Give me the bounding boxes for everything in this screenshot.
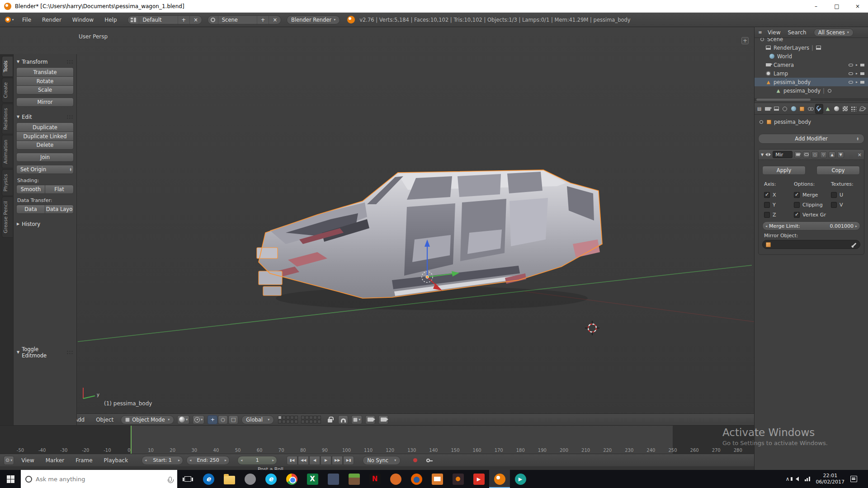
taskbar-icon-app[interactable]	[323, 470, 344, 488]
render-engine-dropdown[interactable]: Blender Render ▾	[287, 15, 340, 24]
3d-cursor[interactable]	[585, 321, 599, 335]
outliner-row-pessima-body-data[interactable]: ▲ pessima_body |	[755, 86, 868, 95]
outliner-row-renderlayers[interactable]: RenderLayers |	[755, 43, 868, 52]
action-center-icon[interactable]	[850, 476, 857, 482]
taskbar-icon-player[interactable]: ▶	[510, 470, 531, 488]
next-keyframe-button[interactable]: ▶▶	[332, 456, 343, 465]
visibility-eye-icon[interactable]	[849, 64, 853, 66]
tab-world[interactable]	[789, 104, 797, 114]
panel-expand-icon[interactable]: ▼	[761, 153, 764, 157]
viewport-3d[interactable]: User Persp y (1) pessima_body + ▦▾ View …	[0, 27, 754, 425]
selectability-icon[interactable]: ▸	[856, 71, 858, 75]
cage-toggle[interactable]: ▽	[820, 151, 827, 158]
decrement-arrow-icon[interactable]: ◂	[145, 458, 146, 462]
taskbar-icon-blender[interactable]	[489, 470, 510, 488]
tab-physics[interactable]: Physics	[2, 169, 13, 196]
history-panel-header[interactable]: ▶ History	[17, 220, 73, 228]
decrement-arrow-icon[interactable]: ◂	[241, 458, 242, 462]
vertex-groups-checkbox[interactable]: Vertex Gr	[794, 211, 826, 218]
tab-relations[interactable]: Relations	[2, 103, 13, 134]
pin-icon[interactable]	[758, 119, 764, 125]
move-down-button[interactable]: ▼	[837, 151, 844, 158]
timeline-menu-frame[interactable]: Frame	[71, 455, 96, 465]
taskbar-icon-mail[interactable]	[427, 470, 448, 488]
timeline-menu-playback[interactable]: Playback	[100, 455, 132, 465]
sync-mode-dropdown[interactable]: No Sync ▾	[363, 456, 401, 465]
taskbar-icon-netflix[interactable]: N	[364, 470, 385, 488]
task-view-button[interactable]	[177, 470, 198, 488]
properties-region-expand-icon[interactable]: +	[741, 37, 749, 44]
shade-flat-button[interactable]: Flat	[45, 185, 74, 194]
add-modifier-dropdown[interactable]: Add Modifier ▴▾	[758, 134, 864, 144]
visibility-eye-icon[interactable]	[849, 72, 853, 75]
play-button[interactable]: ▶	[321, 456, 331, 465]
join-button[interactable]: Join	[16, 153, 74, 162]
outliner-menu-view[interactable]: View	[765, 28, 783, 37]
viewport-visibility-toggle[interactable]	[803, 151, 810, 158]
blender-menu-button[interactable]: ▾	[4, 15, 15, 24]
editmode-toggle[interactable]: ▢	[811, 151, 818, 158]
visibility-eye-icon[interactable]	[849, 81, 853, 84]
layer-group-2[interactable]	[301, 416, 321, 423]
render-opengl-button[interactable]	[365, 415, 375, 424]
scene-close-button[interactable]: ×	[269, 16, 281, 24]
screen-layout-close-button[interactable]: ×	[189, 16, 202, 24]
transform-orientation-dropdown[interactable]: Global ▾	[241, 415, 274, 424]
outliner-row-scene[interactable]: Scene	[755, 38, 868, 43]
tab-scene[interactable]	[781, 104, 789, 114]
renderability-camera-icon[interactable]	[860, 64, 864, 66]
taskbar-icon-chrome[interactable]	[281, 470, 302, 488]
axis-x-checkbox[interactable]: X	[764, 191, 776, 198]
pivot-center-dropdown[interactable]: ▾	[193, 415, 204, 424]
tab-particles[interactable]	[849, 104, 858, 114]
manipulator-translate-toggle[interactable]: +	[208, 415, 217, 424]
render-opengl-anim-button[interactable]	[378, 415, 388, 424]
minimize-button[interactable]: –	[806, 0, 826, 12]
play-reverse-button[interactable]: ◀	[309, 456, 320, 465]
data-button[interactable]: Data	[16, 205, 45, 214]
delete-button[interactable]: Delete	[16, 141, 74, 150]
taskbar-icon-excel[interactable]: X	[302, 470, 323, 488]
network-icon[interactable]	[805, 477, 810, 481]
menu-file[interactable]: File	[18, 15, 35, 25]
increment-arrow-icon[interactable]: ▸	[855, 224, 857, 228]
set-origin-dropdown[interactable]: Set Origin ▴▾	[16, 165, 74, 174]
layer-group-1[interactable]	[278, 416, 298, 423]
toggle-editmode-panel-header[interactable]: ▼ Toggle Editmode	[17, 348, 73, 356]
tab-physics[interactable]	[858, 104, 866, 114]
taskbar-search[interactable]	[21, 470, 177, 488]
timeline-scrub-area[interactable]: -50-40-30-20-100102030405060708090100110…	[0, 426, 754, 454]
scale-button[interactable]: Scale	[16, 85, 74, 94]
taskbar-icon-minecraft[interactable]	[344, 470, 364, 488]
tab-texture[interactable]	[841, 104, 849, 114]
eyedropper-icon[interactable]	[852, 242, 856, 246]
screen-layout-add-button[interactable]: +	[178, 16, 190, 24]
snap-element-dropdown[interactable]: ▾	[351, 415, 362, 424]
translate-button[interactable]: Translate	[16, 67, 74, 76]
lock-to-scene-toggle[interactable]	[325, 415, 335, 424]
taskbar-clock[interactable]: 22:01 06/02/2017	[816, 473, 844, 485]
taskbar-search-input[interactable]	[36, 476, 165, 483]
duplicate-button[interactable]: Duplicate	[16, 122, 74, 131]
delete-modifier-icon[interactable]: ×	[858, 152, 862, 158]
menu-help[interactable]: Help	[100, 15, 121, 25]
axis-y-checkbox[interactable]: Y	[764, 201, 776, 208]
tab-object[interactable]	[798, 104, 806, 114]
taskbar-icon-firefox[interactable]	[406, 470, 427, 488]
current-frame-field[interactable]: ◂ 1 ▸	[237, 456, 277, 465]
panel-drag-icon[interactable]	[66, 60, 73, 64]
increment-arrow-icon[interactable]: ▸	[272, 458, 274, 462]
increment-arrow-icon[interactable]: ▸	[225, 458, 226, 462]
editor-type-timeline-button[interactable]: ⊙▾	[4, 456, 14, 465]
tab-modifiers[interactable]	[815, 104, 823, 114]
tab-render-layers[interactable]	[772, 104, 780, 114]
duplicate-linked-button[interactable]: Duplicate Linked	[16, 131, 74, 141]
close-button[interactable]: ×	[847, 0, 868, 12]
selectability-icon[interactable]: ▸	[856, 63, 858, 67]
start-frame-field[interactable]: ◂ Start: 1 ▸	[142, 456, 183, 465]
tab-object-data[interactable]: ▲	[824, 104, 832, 114]
taskbar-icon-edge[interactable]: e	[198, 470, 219, 488]
move-up-button[interactable]: ▲	[829, 151, 835, 158]
outliner-display-dropdown[interactable]: All Scenes ▾	[814, 28, 854, 37]
tray-expand-icon[interactable]: ∧	[786, 476, 790, 482]
